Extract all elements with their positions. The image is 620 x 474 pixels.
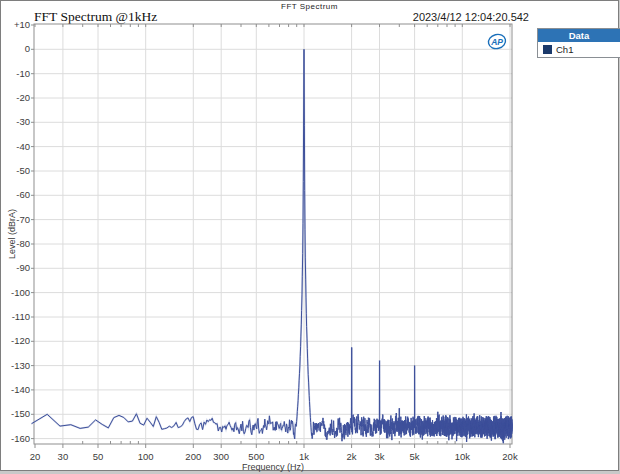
svg-text:10k: 10k — [455, 451, 471, 462]
svg-text:-150: -150 — [11, 408, 30, 419]
gridlines — [34, 24, 512, 444]
svg-text:3k: 3k — [374, 451, 384, 462]
graph-window: FFT Spectrum FFT Spectrum @1kHz 2023/4/1… — [0, 0, 619, 471]
svg-text:1k: 1k — [299, 451, 309, 462]
ap-logo-icon: AP — [486, 32, 508, 51]
spectrum-trace-halo — [32, 49, 513, 443]
legend-body: Ch1 — [538, 42, 620, 57]
svg-text:-80: -80 — [16, 238, 30, 249]
svg-text:-90: -90 — [16, 262, 30, 273]
spectrum-plot[interactable]: +100-10-20-30-40-50-60-70-80-90-100-110-… — [1, 1, 620, 474]
legend-header: Data — [538, 29, 620, 42]
svg-text:20: 20 — [30, 451, 41, 462]
svg-text:2k: 2k — [347, 451, 357, 462]
svg-text:-20: -20 — [16, 92, 30, 103]
svg-text:-10: -10 — [16, 68, 30, 79]
svg-text:200: 200 — [185, 451, 201, 462]
legend-item-ch1[interactable]: Ch1 — [538, 42, 620, 57]
svg-text:-50: -50 — [16, 165, 30, 176]
svg-text:-100: -100 — [11, 287, 30, 298]
svg-text:-30: -30 — [16, 116, 30, 127]
legend-panel[interactable]: Data Ch1 — [537, 28, 620, 58]
spectrum-trace — [32, 49, 513, 443]
svg-text:-120: -120 — [11, 335, 30, 346]
svg-text:30: 30 — [58, 451, 69, 462]
svg-text:100: 100 — [138, 451, 154, 462]
svg-text:500: 500 — [248, 451, 264, 462]
svg-text:-40: -40 — [16, 141, 30, 152]
axis-ticks — [31, 24, 510, 448]
svg-text:-160: -160 — [11, 433, 30, 444]
legend-swatch — [543, 45, 552, 54]
svg-text:0: 0 — [25, 43, 30, 54]
svg-text:20k: 20k — [502, 451, 518, 462]
svg-text:-130: -130 — [11, 360, 30, 371]
svg-text:50: 50 — [93, 451, 104, 462]
svg-text:-70: -70 — [16, 214, 30, 225]
svg-text:5k: 5k — [410, 451, 420, 462]
svg-text:-60: -60 — [16, 189, 30, 200]
tick-labels: +100-10-20-30-40-50-60-70-80-90-100-110-… — [11, 19, 518, 462]
svg-text:-110: -110 — [12, 311, 30, 322]
svg-text:AP: AP — [490, 37, 503, 47]
svg-text:300: 300 — [213, 451, 229, 462]
legend-item-label: Ch1 — [556, 44, 573, 55]
plot-frame — [34, 24, 512, 444]
svg-text:+10: +10 — [14, 19, 30, 30]
svg-text:-140: -140 — [11, 384, 30, 395]
